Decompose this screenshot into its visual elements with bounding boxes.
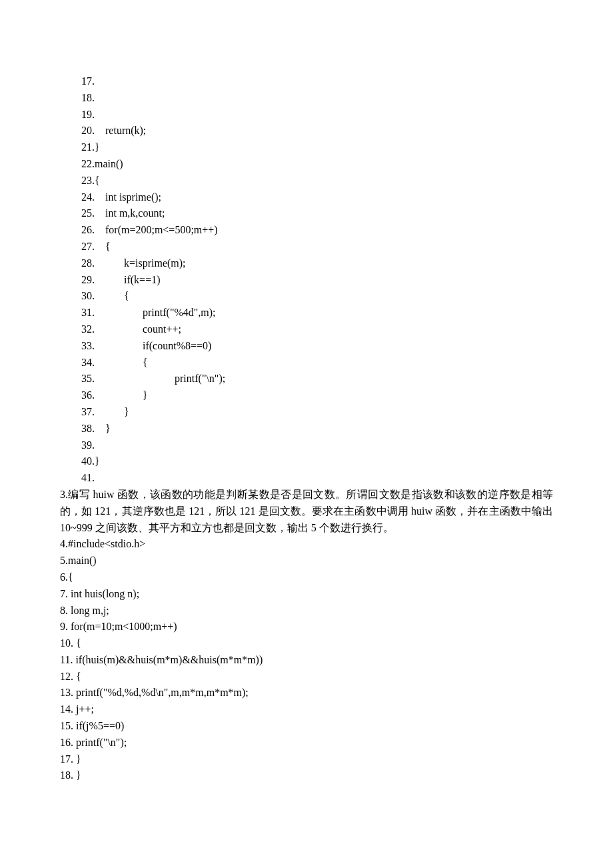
code-line: 32. count++; — [81, 321, 553, 338]
code-line: 9. for(m=10;m<1000;m++) — [60, 619, 553, 635]
document-page: 17. 18. 19. 20. return(k); 21.} 22.main(… — [0, 0, 613, 824]
code-line: 14. j++; — [60, 701, 553, 718]
code-line: 25. int m,k,count; — [81, 205, 553, 222]
code-line: 11. if(huis(m)&&huis(m*m)&&huis(m*m*m)) — [60, 652, 553, 669]
code-line: 5.main() — [60, 553, 553, 569]
code-line: 18. — [81, 90, 553, 107]
code-line: 21.} — [81, 139, 553, 156]
code-line: 24. int isprime(); — [81, 189, 553, 206]
code-line: 34. { — [81, 355, 553, 371]
code-line: 31. printf("%4d",m); — [81, 305, 553, 321]
code-line: 12. { — [60, 669, 553, 685]
code-line: 10. { — [60, 635, 553, 652]
code-line: 26. for(m=200;m<=500;m++) — [81, 222, 553, 239]
code-block-a: 17. 18. 19. 20. return(k); 21.} 22.main(… — [81, 73, 553, 487]
code-line: 30. { — [81, 288, 553, 305]
code-line: 19. — [81, 107, 553, 123]
code-line: 20. return(k); — [81, 123, 553, 139]
code-line: 38. } — [81, 421, 553, 437]
code-line: 23.{ — [81, 173, 553, 189]
code-line: 41. — [81, 470, 553, 487]
code-line: 22.main() — [81, 156, 553, 173]
code-line: 15. if(j%5==0) — [60, 718, 553, 735]
code-line: 28. k=isprime(m); — [81, 255, 553, 272]
code-line: 29. if(k==1) — [81, 272, 553, 289]
code-line: 13. printf("%d,%d,%d\n",m,m*m,m*m*m); — [60, 685, 553, 701]
code-line: 40.} — [81, 453, 553, 470]
code-line: 16. printf("\n"); — [60, 735, 553, 751]
code-line: 39. — [81, 437, 553, 454]
code-line: 36. } — [81, 387, 553, 404]
code-line: 37. } — [81, 404, 553, 421]
question-3-text: 3.编写 huiw 函数，该函数的功能是判断某数是否是回文数。所谓回文数是指该数… — [60, 487, 553, 536]
code-line: 4.#include<stdio.h> — [60, 536, 553, 553]
code-line: 7. int huis(long n); — [60, 586, 553, 603]
code-line: 6.{ — [60, 569, 553, 586]
code-line: 8. long m,j; — [60, 603, 553, 619]
code-line: 17. } — [60, 751, 553, 768]
code-line: 18. } — [60, 767, 553, 784]
code-line: 17. — [81, 73, 553, 90]
code-line: 27. { — [81, 239, 553, 255]
code-line: 35. printf("\n"); — [81, 371, 553, 387]
code-line: 33. if(count%8==0) — [81, 338, 553, 355]
